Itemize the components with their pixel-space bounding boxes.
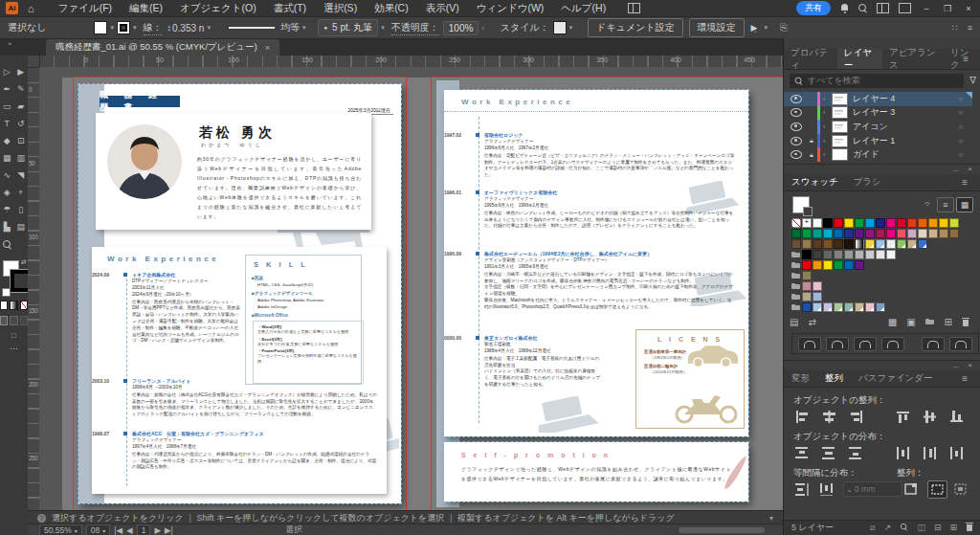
panel-collapse-close-icons[interactable]: ‥ × (953, 165, 976, 173)
swatch[interactable] (802, 260, 812, 270)
vertical-spacing-button[interactable] (795, 482, 812, 496)
shape-builder-tool-icon[interactable]: ▦ (1, 151, 13, 165)
swatch[interactable] (834, 302, 843, 312)
menu-view[interactable]: 表示(V) (417, 2, 468, 15)
swatch[interactable] (844, 218, 854, 228)
delete-swatch-icon[interactable] (962, 318, 969, 326)
tab-close-icon[interactable] (265, 42, 271, 53)
expand-chevron-icon[interactable]: › (823, 138, 832, 145)
swatch[interactable] (865, 218, 875, 228)
swatch[interactable] (855, 250, 864, 259)
swatch[interactable] (897, 229, 906, 238)
zoom-level-select[interactable]: 50.55% (39, 524, 82, 535)
swatch[interactable] (928, 218, 938, 228)
expand-chevron-icon[interactable]: › (823, 123, 832, 130)
tab-pathfinder[interactable]: パスファインダー (851, 372, 941, 385)
stroke-weight-value[interactable]: 0.353 n (172, 23, 204, 33)
candidate-name-kana[interactable]: わかまつ ゆうじ (201, 142, 263, 147)
touch-workspace-icon[interactable] (628, 3, 640, 13)
locate-object-icon[interactable] (901, 524, 907, 530)
eyedropper-tool-icon[interactable]: ◥ (14, 168, 27, 182)
expand-chevron-icon[interactable]: › (823, 96, 832, 102)
skill-box[interactable]: S K I L L ■言語 HTML, CSS, JavaScript(予定) … (245, 255, 362, 385)
layer-row[interactable]: 🔒︎ › ガイド (784, 147, 972, 162)
swatch[interactable] (865, 239, 875, 249)
fill-color-swatch[interactable] (94, 21, 107, 34)
layer-target-icon[interactable] (958, 108, 963, 117)
align-to-key-object-button[interactable] (954, 482, 970, 496)
swatch[interactable] (802, 302, 812, 312)
rectangle-tool-icon[interactable]: ▭ (1, 100, 13, 113)
layer-row[interactable]: › レイヤー 3 (784, 106, 972, 121)
swatch[interactable] (823, 218, 833, 228)
swatch-theme-icon[interactable]: ⁘ (920, 197, 935, 211)
swatch[interactable] (949, 218, 959, 228)
swatch-options-icon[interactable]: ▣ (906, 317, 915, 327)
swatch[interactable] (802, 292, 812, 301)
swatch[interactable] (813, 281, 822, 291)
visibility-eye-icon[interactable] (791, 150, 802, 159)
share-button[interactable]: 共有 (796, 1, 831, 15)
menu-edit[interactable]: 編集(E) (121, 2, 171, 15)
work-entry[interactable]: 1995.09 株式会社エーディーエム（1994年2月に会社合併し、株式会社アイ… (444, 251, 741, 311)
layer-name[interactable]: ガイド (853, 148, 880, 161)
visibility-eye-icon[interactable] (791, 137, 802, 145)
draw-normal-mode-icon[interactable] (0, 316, 8, 325)
swatch[interactable] (791, 271, 801, 280)
horizontal-spacing-button[interactable] (820, 482, 836, 496)
layers-search-input[interactable]: すべてを検索 (790, 74, 964, 88)
align-left-button[interactable] (795, 410, 812, 423)
preferences-button[interactable]: 環境設定 (689, 18, 745, 37)
align-panel-menu-icon[interactable] (954, 373, 975, 384)
menu-help[interactable]: ヘルプ(H) (552, 2, 614, 15)
layer-thumbnail[interactable] (832, 93, 848, 105)
corner-widget-button[interactable] (949, 337, 972, 351)
stroke-chevron-icon[interactable] (133, 24, 137, 32)
swatch[interactable] (791, 281, 801, 291)
toolbar-more-icon[interactable]: ⋯ (0, 344, 28, 353)
collect-for-export-icon[interactable]: ⧄ (870, 523, 876, 533)
selection-options-icon[interactable]: ▶̩ (751, 23, 758, 33)
swatch[interactable] (876, 250, 885, 259)
prev-artboard-icon[interactable]: ◀ (126, 525, 133, 535)
swatch[interactable] (886, 229, 896, 238)
visibility-eye-icon[interactable] (791, 123, 802, 131)
align-bottom-button[interactable] (950, 410, 967, 423)
stroke-profile-value[interactable]: 均等 (280, 21, 300, 34)
home-icon[interactable]: ⌂ (28, 3, 34, 14)
first-artboard-icon[interactable]: |◀ (114, 525, 122, 535)
delete-layer-icon[interactable] (966, 523, 973, 531)
swatch[interactable] (918, 239, 927, 249)
swatch[interactable] (876, 239, 885, 249)
rotate-tool-icon[interactable]: ↺ (14, 117, 27, 130)
arrange-documents-icon[interactable] (877, 3, 889, 13)
expand-chevron-icon[interactable]: › (823, 151, 832, 158)
swatch[interactable] (823, 239, 833, 249)
layers-panel-menu-icon[interactable] (956, 54, 975, 64)
fill-stroke-indicator[interactable]: ⇄ (2, 258, 27, 297)
layer-thumbnail[interactable] (832, 148, 848, 161)
swatch-kind-icon[interactable]: ▩ (888, 317, 897, 327)
swatch[interactable] (802, 250, 812, 259)
color-mode-button[interactable] (0, 301, 8, 310)
distribute-left-button[interactable] (897, 446, 913, 459)
graph-tool-icon[interactable]: ▙ (1, 220, 13, 234)
filter-icon[interactable]: ∇ (969, 75, 976, 85)
document-tab[interactable]: 職務経歴書_01.ai @ 50.55 % (CMYK/プレビュー) (46, 39, 279, 56)
work-entry[interactable]: 1996.01 オーファイヴリミックス有限会社 グラフィックデザイナー 1995… (444, 189, 741, 230)
swatch[interactable] (886, 239, 896, 249)
swatch[interactable] (855, 239, 864, 249)
work-heading-page1[interactable]: Work Experience (107, 255, 219, 263)
swatch[interactable] (823, 250, 833, 259)
work-card-page1[interactable]: Work Experience 2024.09 トキア企画株式会社 DTPデザイ… (92, 247, 387, 494)
style-chevron-icon[interactable] (569, 24, 573, 32)
gradient-mode-button[interactable] (10, 301, 17, 310)
eraser-tool-icon[interactable]: ◆ (1, 134, 13, 147)
artboard-area[interactable]: 職 務 経 歴 書 2025年3月20日現在 若松 勇 (39, 67, 783, 510)
swatch[interactable] (855, 302, 864, 312)
profile-card[interactable]: 若松 勇次 わかまつ ゆうじ 約30年のグラフィックデザイナー経験を活かし、ユー… (96, 113, 371, 230)
draw-behind-mode-icon[interactable] (10, 316, 17, 325)
swatch[interactable] (813, 302, 822, 312)
menu-effect[interactable]: 効果(C) (366, 2, 417, 15)
layer-row[interactable]: › アイコン (784, 120, 972, 134)
